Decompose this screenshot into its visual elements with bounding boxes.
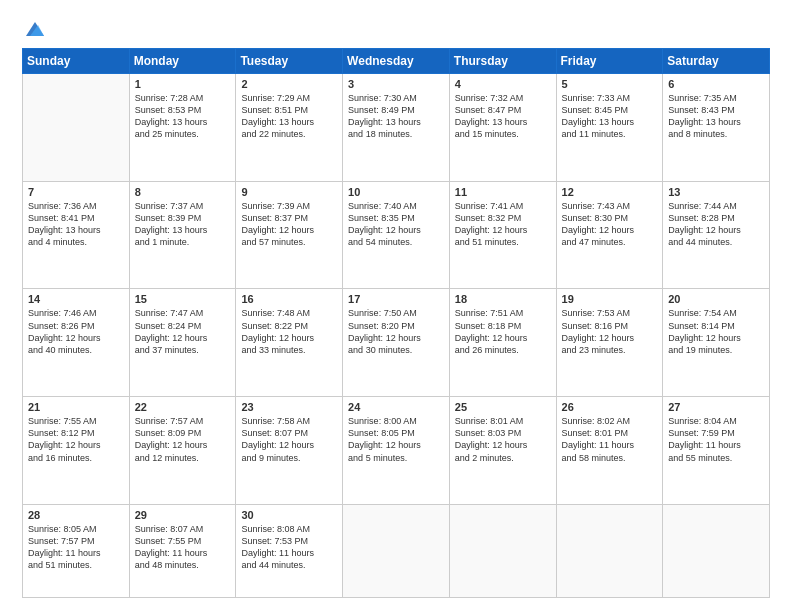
calendar-cell: 8Sunrise: 7:37 AM Sunset: 8:39 PM Daylig… <box>129 181 236 289</box>
day-number: 7 <box>28 186 124 198</box>
calendar-header-row: SundayMondayTuesdayWednesdayThursdayFrid… <box>23 49 770 74</box>
cell-info: Sunrise: 7:32 AM Sunset: 8:47 PM Dayligh… <box>455 92 551 141</box>
day-number: 2 <box>241 78 337 90</box>
cell-info: Sunrise: 8:05 AM Sunset: 7:57 PM Dayligh… <box>28 523 124 572</box>
calendar-cell: 1Sunrise: 7:28 AM Sunset: 8:53 PM Daylig… <box>129 74 236 182</box>
calendar-header-sunday: Sunday <box>23 49 130 74</box>
calendar-header-monday: Monday <box>129 49 236 74</box>
calendar-cell: 25Sunrise: 8:01 AM Sunset: 8:03 PM Dayli… <box>449 397 556 505</box>
day-number: 4 <box>455 78 551 90</box>
day-number: 30 <box>241 509 337 521</box>
day-number: 11 <box>455 186 551 198</box>
calendar-cell: 23Sunrise: 7:58 AM Sunset: 8:07 PM Dayli… <box>236 397 343 505</box>
day-number: 3 <box>348 78 444 90</box>
calendar-cell: 13Sunrise: 7:44 AM Sunset: 8:28 PM Dayli… <box>663 181 770 289</box>
page: SundayMondayTuesdayWednesdayThursdayFrid… <box>0 0 792 612</box>
day-number: 1 <box>135 78 231 90</box>
day-number: 8 <box>135 186 231 198</box>
day-number: 14 <box>28 293 124 305</box>
day-number: 15 <box>135 293 231 305</box>
day-number: 17 <box>348 293 444 305</box>
calendar-header-thursday: Thursday <box>449 49 556 74</box>
cell-info: Sunrise: 8:04 AM Sunset: 7:59 PM Dayligh… <box>668 415 764 464</box>
day-number: 6 <box>668 78 764 90</box>
cell-info: Sunrise: 7:40 AM Sunset: 8:35 PM Dayligh… <box>348 200 444 249</box>
calendar-cell: 4Sunrise: 7:32 AM Sunset: 8:47 PM Daylig… <box>449 74 556 182</box>
calendar-header-wednesday: Wednesday <box>343 49 450 74</box>
calendar-cell: 10Sunrise: 7:40 AM Sunset: 8:35 PM Dayli… <box>343 181 450 289</box>
day-number: 22 <box>135 401 231 413</box>
day-number: 9 <box>241 186 337 198</box>
cell-info: Sunrise: 8:08 AM Sunset: 7:53 PM Dayligh… <box>241 523 337 572</box>
cell-info: Sunrise: 7:37 AM Sunset: 8:39 PM Dayligh… <box>135 200 231 249</box>
cell-info: Sunrise: 8:02 AM Sunset: 8:01 PM Dayligh… <box>562 415 658 464</box>
day-number: 23 <box>241 401 337 413</box>
calendar-week-row: 28Sunrise: 8:05 AM Sunset: 7:57 PM Dayli… <box>23 504 770 597</box>
calendar-cell: 18Sunrise: 7:51 AM Sunset: 8:18 PM Dayli… <box>449 289 556 397</box>
calendar-cell: 26Sunrise: 8:02 AM Sunset: 8:01 PM Dayli… <box>556 397 663 505</box>
calendar-cell <box>23 74 130 182</box>
cell-info: Sunrise: 7:36 AM Sunset: 8:41 PM Dayligh… <box>28 200 124 249</box>
cell-info: Sunrise: 7:43 AM Sunset: 8:30 PM Dayligh… <box>562 200 658 249</box>
cell-info: Sunrise: 8:00 AM Sunset: 8:05 PM Dayligh… <box>348 415 444 464</box>
day-number: 20 <box>668 293 764 305</box>
calendar-cell: 2Sunrise: 7:29 AM Sunset: 8:51 PM Daylig… <box>236 74 343 182</box>
cell-info: Sunrise: 7:35 AM Sunset: 8:43 PM Dayligh… <box>668 92 764 141</box>
calendar-cell: 14Sunrise: 7:46 AM Sunset: 8:26 PM Dayli… <box>23 289 130 397</box>
cell-info: Sunrise: 7:50 AM Sunset: 8:20 PM Dayligh… <box>348 307 444 356</box>
day-number: 10 <box>348 186 444 198</box>
calendar-cell: 12Sunrise: 7:43 AM Sunset: 8:30 PM Dayli… <box>556 181 663 289</box>
day-number: 5 <box>562 78 658 90</box>
calendar-cell: 11Sunrise: 7:41 AM Sunset: 8:32 PM Dayli… <box>449 181 556 289</box>
calendar-cell: 20Sunrise: 7:54 AM Sunset: 8:14 PM Dayli… <box>663 289 770 397</box>
calendar-week-row: 1Sunrise: 7:28 AM Sunset: 8:53 PM Daylig… <box>23 74 770 182</box>
calendar-cell: 17Sunrise: 7:50 AM Sunset: 8:20 PM Dayli… <box>343 289 450 397</box>
day-number: 21 <box>28 401 124 413</box>
day-number: 16 <box>241 293 337 305</box>
day-number: 19 <box>562 293 658 305</box>
calendar-cell: 3Sunrise: 7:30 AM Sunset: 8:49 PM Daylig… <box>343 74 450 182</box>
cell-info: Sunrise: 7:47 AM Sunset: 8:24 PM Dayligh… <box>135 307 231 356</box>
cell-info: Sunrise: 7:53 AM Sunset: 8:16 PM Dayligh… <box>562 307 658 356</box>
day-number: 26 <box>562 401 658 413</box>
calendar-header-tuesday: Tuesday <box>236 49 343 74</box>
day-number: 29 <box>135 509 231 521</box>
cell-info: Sunrise: 7:58 AM Sunset: 8:07 PM Dayligh… <box>241 415 337 464</box>
calendar-cell: 9Sunrise: 7:39 AM Sunset: 8:37 PM Daylig… <box>236 181 343 289</box>
calendar-cell: 22Sunrise: 7:57 AM Sunset: 8:09 PM Dayli… <box>129 397 236 505</box>
day-number: 13 <box>668 186 764 198</box>
cell-info: Sunrise: 7:51 AM Sunset: 8:18 PM Dayligh… <box>455 307 551 356</box>
cell-info: Sunrise: 7:48 AM Sunset: 8:22 PM Dayligh… <box>241 307 337 356</box>
cell-info: Sunrise: 7:33 AM Sunset: 8:45 PM Dayligh… <box>562 92 658 141</box>
calendar-cell: 29Sunrise: 8:07 AM Sunset: 7:55 PM Dayli… <box>129 504 236 597</box>
calendar-cell: 6Sunrise: 7:35 AM Sunset: 8:43 PM Daylig… <box>663 74 770 182</box>
logo-icon <box>24 18 46 40</box>
calendar-week-row: 7Sunrise: 7:36 AM Sunset: 8:41 PM Daylig… <box>23 181 770 289</box>
day-number: 25 <box>455 401 551 413</box>
cell-info: Sunrise: 7:28 AM Sunset: 8:53 PM Dayligh… <box>135 92 231 141</box>
cell-info: Sunrise: 7:54 AM Sunset: 8:14 PM Dayligh… <box>668 307 764 356</box>
calendar-header-friday: Friday <box>556 49 663 74</box>
day-number: 18 <box>455 293 551 305</box>
cell-info: Sunrise: 7:41 AM Sunset: 8:32 PM Dayligh… <box>455 200 551 249</box>
calendar-cell <box>449 504 556 597</box>
day-number: 28 <box>28 509 124 521</box>
calendar-cell: 16Sunrise: 7:48 AM Sunset: 8:22 PM Dayli… <box>236 289 343 397</box>
day-number: 12 <box>562 186 658 198</box>
day-number: 24 <box>348 401 444 413</box>
calendar-cell: 30Sunrise: 8:08 AM Sunset: 7:53 PM Dayli… <box>236 504 343 597</box>
calendar-week-row: 21Sunrise: 7:55 AM Sunset: 8:12 PM Dayli… <box>23 397 770 505</box>
calendar-cell <box>343 504 450 597</box>
cell-info: Sunrise: 7:30 AM Sunset: 8:49 PM Dayligh… <box>348 92 444 141</box>
calendar-cell: 7Sunrise: 7:36 AM Sunset: 8:41 PM Daylig… <box>23 181 130 289</box>
calendar-cell: 19Sunrise: 7:53 AM Sunset: 8:16 PM Dayli… <box>556 289 663 397</box>
logo <box>22 18 46 38</box>
cell-info: Sunrise: 7:46 AM Sunset: 8:26 PM Dayligh… <box>28 307 124 356</box>
day-number: 27 <box>668 401 764 413</box>
calendar-table: SundayMondayTuesdayWednesdayThursdayFrid… <box>22 48 770 598</box>
cell-info: Sunrise: 7:29 AM Sunset: 8:51 PM Dayligh… <box>241 92 337 141</box>
calendar-cell: 28Sunrise: 8:05 AM Sunset: 7:57 PM Dayli… <box>23 504 130 597</box>
calendar-cell: 15Sunrise: 7:47 AM Sunset: 8:24 PM Dayli… <box>129 289 236 397</box>
cell-info: Sunrise: 7:44 AM Sunset: 8:28 PM Dayligh… <box>668 200 764 249</box>
header <box>22 18 770 38</box>
